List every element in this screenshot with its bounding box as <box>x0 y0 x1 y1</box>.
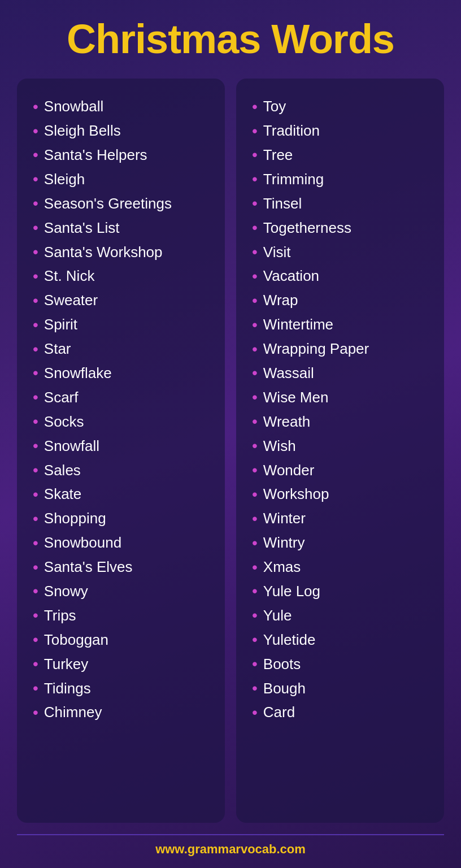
footer-url: www.grammarvocab.com <box>17 834 444 857</box>
left-list-item: St. Nick <box>33 264 214 288</box>
right-list-item: Tradition <box>252 119 433 143</box>
left-list-item: Tidings <box>33 676 214 701</box>
right-list-item: Wintertime <box>252 313 433 337</box>
right-list-item: Winter <box>252 506 433 531</box>
left-list-item: Santa's List <box>33 216 214 240</box>
right-list-item: Bough <box>252 676 433 701</box>
left-list-item: Chimney <box>33 700 214 724</box>
right-list-item: Togetherness <box>252 216 433 240</box>
left-list-item: Shopping <box>33 506 214 531</box>
left-list-item: Sweater <box>33 288 214 313</box>
left-column: SnowballSleigh BellsSanta's HelpersSleig… <box>17 79 225 823</box>
right-column: ToyTraditionTreeTrimmingTinselTogetherne… <box>236 79 444 823</box>
left-list-item: Santa's Elves <box>33 555 214 579</box>
left-list-item: Socks <box>33 410 214 434</box>
left-list-item: Trips <box>33 604 214 628</box>
right-list-item: Tree <box>252 143 433 167</box>
left-list-item: Sales <box>33 458 214 483</box>
right-list-item: Yule Log <box>252 579 433 604</box>
left-list-item: Toboggan <box>33 628 214 652</box>
right-list-item: Visit <box>252 240 433 264</box>
right-list-item: Wintry <box>252 531 433 555</box>
right-list-item: Xmas <box>252 555 433 579</box>
left-list-item: Santa's Helpers <box>33 143 214 167</box>
right-list-item: Wrapping Paper <box>252 337 433 361</box>
right-list-item: Wreath <box>252 410 433 434</box>
left-list-item: Sleigh Bells <box>33 119 214 143</box>
right-list-item: Yule <box>252 604 433 628</box>
left-list: SnowballSleigh BellsSanta's HelpersSleig… <box>33 94 214 724</box>
right-list-item: Workshop <box>252 482 433 506</box>
left-list-item: Skate <box>33 482 214 506</box>
right-list-item: Wish <box>252 434 433 458</box>
left-list-item: Snowy <box>33 579 214 604</box>
right-list: ToyTraditionTreeTrimmingTinselTogetherne… <box>252 94 433 724</box>
left-list-item: Turkey <box>33 652 214 676</box>
left-list-item: Spirit <box>33 313 214 337</box>
right-list-item: Card <box>252 700 433 724</box>
left-list-item: Scarf <box>33 385 214 410</box>
left-list-item: Snowbound <box>33 531 214 555</box>
left-list-item: Season's Greetings <box>33 192 214 216</box>
left-list-item: Snowflake <box>33 361 214 385</box>
content-area: SnowballSleigh BellsSanta's HelpersSleig… <box>17 79 444 823</box>
right-list-item: Wrap <box>252 288 433 313</box>
right-list-item: Wonder <box>252 458 433 483</box>
left-list-item: Santa's Workshop <box>33 240 214 264</box>
right-list-item: Boots <box>252 652 433 676</box>
right-list-item: Yuletide <box>252 628 433 652</box>
left-list-item: Sleigh <box>33 167 214 192</box>
left-list-item: Star <box>33 337 214 361</box>
right-list-item: Toy <box>252 94 433 119</box>
right-list-item: Vacation <box>252 264 433 288</box>
right-list-item: Wise Men <box>252 385 433 410</box>
right-list-item: Wassail <box>252 361 433 385</box>
page-title: Christmas Words <box>67 17 394 62</box>
right-list-item: Tinsel <box>252 192 433 216</box>
left-list-item: Snowfall <box>33 434 214 458</box>
left-list-item: Snowball <box>33 94 214 119</box>
right-list-item: Trimming <box>252 167 433 192</box>
